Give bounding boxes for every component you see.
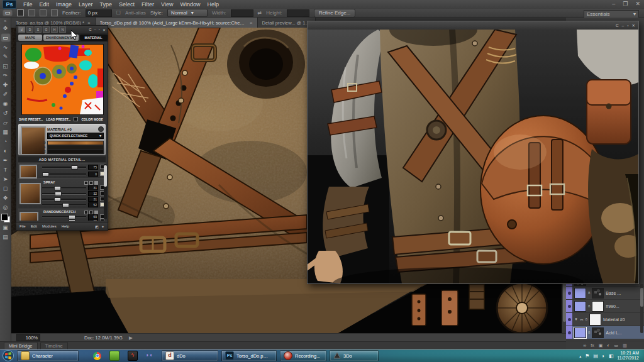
taskbar-button-recording[interactable]: Recording... bbox=[280, 350, 326, 361]
layer-thumbnail[interactable] bbox=[592, 327, 604, 338]
ddo-menu-help[interactable]: Help bbox=[62, 224, 69, 228]
taskbar-button-3do[interactable]: 3Do bbox=[330, 350, 379, 361]
quick-selection-tool[interactable]: ✎ bbox=[1, 52, 11, 61]
viewer-compact-icon[interactable]: C bbox=[616, 23, 619, 28]
taskbar-button-ddo[interactable]: d dDo bbox=[162, 350, 218, 361]
brush-tool[interactable]: ✐ bbox=[1, 90, 11, 99]
panel-collapse-icon[interactable]: » bbox=[4, 19, 7, 23]
selection-mode-intersect[interactable] bbox=[51, 9, 58, 16]
detail-slider[interactable] bbox=[42, 219, 86, 221]
zoom-level-field[interactable]: 100% bbox=[16, 334, 40, 341]
material-type-select[interactable]: QUICK-REFLECTANCE▾ bbox=[47, 133, 104, 139]
diffuse-strip[interactable] bbox=[47, 141, 104, 145]
detail-slider[interactable] bbox=[42, 202, 86, 207]
gloss-strip[interactable] bbox=[47, 150, 104, 154]
close-icon[interactable]: ✕ bbox=[103, 28, 106, 32]
detail-thumbnail[interactable] bbox=[19, 165, 37, 178]
type-tool[interactable]: T bbox=[1, 165, 11, 174]
section-toggle-icons[interactable] bbox=[84, 181, 98, 185]
lasso-tool[interactable]: ∿ bbox=[1, 43, 11, 52]
detail-slider[interactable] bbox=[42, 214, 86, 219]
3do-title-bar[interactable]: C ‒ ▫ ✕ bbox=[308, 21, 638, 30]
link-layers-icon[interactable]: ∞ bbox=[583, 343, 586, 348]
doc-tab-torso-ddo[interactable]: Torso_dDo.psd @ 100% (Acid_Large kEnm-Bx… bbox=[96, 18, 258, 28]
antialias-checkbox[interactable]: ☐ bbox=[116, 10, 121, 16]
layer-group-material0[interactable]: ▼ ▭ 8 Material #0 bbox=[566, 313, 644, 326]
selection-mode-new[interactable] bbox=[17, 9, 24, 16]
ddo-title-bar[interactable]: d D S G H N C ‒ ▫ ✕ bbox=[16, 26, 108, 33]
width-input[interactable] bbox=[231, 9, 253, 17]
ddo-scrollbar[interactable] bbox=[104, 164, 107, 219]
network-icon[interactable]: ◧ bbox=[609, 353, 614, 359]
menu-edit[interactable]: Edit bbox=[40, 1, 50, 8]
menu-window[interactable]: Window bbox=[180, 1, 200, 8]
new-group-icon[interactable]: ▭ bbox=[614, 343, 619, 348]
menu-layer[interactable]: Layer bbox=[79, 1, 93, 8]
color-mode-checkbox[interactable] bbox=[74, 117, 78, 121]
close-icon[interactable]: ✕ bbox=[632, 23, 635, 28]
action-center-flag-icon[interactable]: ⚑ bbox=[585, 353, 589, 359]
restore-icon[interactable]: ❐ bbox=[623, 1, 628, 7]
healing-brush-tool[interactable]: ✚ bbox=[1, 80, 11, 89]
volume-icon[interactable]: ◗ bbox=[602, 353, 605, 359]
gradient-tool[interactable]: ▦ bbox=[1, 128, 11, 136]
taskbar-clock[interactable]: 10:21 AM 11/27/2012 bbox=[617, 351, 641, 361]
layer-mask-thumbnail[interactable] bbox=[574, 288, 586, 299]
hand-tool[interactable]: ❖ bbox=[1, 194, 11, 202]
slider-value[interactable]: 52 bbox=[88, 202, 98, 207]
slider-value[interactable]: 31 bbox=[88, 197, 98, 202]
menu-type[interactable]: Type bbox=[100, 1, 113, 8]
menu-file[interactable]: File bbox=[23, 1, 33, 8]
show-hidden-icons[interactable]: ▴ bbox=[579, 354, 581, 358]
detail-slider[interactable] bbox=[42, 165, 86, 169]
zoom-tool[interactable]: ◎ bbox=[1, 203, 11, 212]
eraser-tool[interactable]: ▱ bbox=[1, 118, 11, 127]
menu-image[interactable]: Image bbox=[56, 1, 72, 8]
3d-model-preview[interactable] bbox=[308, 30, 638, 283]
screen-mode-toggle[interactable]: ▤ bbox=[1, 233, 11, 241]
start-button[interactable] bbox=[3, 350, 14, 361]
detail-thumbnail[interactable] bbox=[19, 212, 38, 221]
layer-visibility-toggle[interactable] bbox=[566, 287, 572, 299]
3do-viewer-window[interactable]: C ‒ ▫ ✕ bbox=[307, 21, 639, 284]
detail-slider[interactable] bbox=[42, 191, 86, 195]
add-material-detail-button[interactable]: ADD MATERIAL DETAIL... bbox=[18, 156, 106, 162]
layer-name[interactable]: Acid L... bbox=[606, 331, 621, 335]
swap-dimensions-icon[interactable]: ⇄ bbox=[258, 10, 262, 16]
layer-visibility-toggle[interactable] bbox=[566, 300, 572, 312]
quick-mask-toggle[interactable]: ▣ bbox=[1, 223, 11, 232]
ddo-status-icon[interactable]: ◩ bbox=[95, 224, 99, 229]
height-input[interactable] bbox=[287, 9, 309, 17]
style-select[interactable]: Normal▾ bbox=[167, 9, 208, 17]
foreground-background-swatches[interactable] bbox=[1, 214, 10, 222]
marquee-tool-icon[interactable]: ▭ bbox=[3, 9, 13, 16]
foreground-color-swatch[interactable] bbox=[1, 214, 8, 221]
minimize-icon[interactable]: ‒ bbox=[94, 28, 96, 32]
map-toggle-height[interactable]: H bbox=[51, 26, 58, 33]
ddo-menu-file[interactable]: File bbox=[19, 224, 26, 228]
ddo-menu-edit[interactable]: Edit bbox=[31, 224, 37, 228]
timeline-button[interactable]: Timeline bbox=[40, 342, 68, 349]
map-toggle-normal[interactable]: N bbox=[59, 26, 66, 33]
menu-help[interactable]: Help bbox=[207, 1, 219, 8]
material-options-icon[interactable] bbox=[98, 126, 104, 132]
selection-mode-add[interactable] bbox=[28, 9, 35, 16]
layer-mask-thumbnail[interactable] bbox=[574, 301, 586, 312]
app-icon-green[interactable] bbox=[109, 351, 119, 361]
taskbar-button-photoshop[interactable]: Ps Torso_dDo.psd @... bbox=[221, 350, 277, 361]
slider-value[interactable]: 75 bbox=[88, 165, 98, 170]
add-mask-icon[interactable]: ▣ bbox=[599, 343, 603, 348]
layer-row-base[interactable]: 8 Base ... bbox=[566, 287, 644, 300]
maximize-icon[interactable]: ▫ bbox=[627, 23, 628, 28]
layer-visibility-toggle[interactable] bbox=[566, 313, 572, 326]
history-brush-tool[interactable]: ↺ bbox=[1, 109, 11, 118]
chrome-icon[interactable] bbox=[93, 352, 101, 360]
detail-thumbnail[interactable] bbox=[19, 183, 41, 204]
slider-value[interactable]: 0 bbox=[88, 172, 98, 177]
refine-edge-button[interactable]: Refine Edge... bbox=[314, 9, 356, 18]
feather-input[interactable]: 0 px bbox=[86, 9, 112, 17]
menu-select[interactable]: Select bbox=[119, 1, 135, 8]
slider-value[interactable]: 31 bbox=[88, 185, 98, 190]
eyedropper-tool[interactable]: ✑ bbox=[1, 71, 11, 80]
app-icon-purple[interactable]: ◗◖ bbox=[145, 351, 153, 360]
